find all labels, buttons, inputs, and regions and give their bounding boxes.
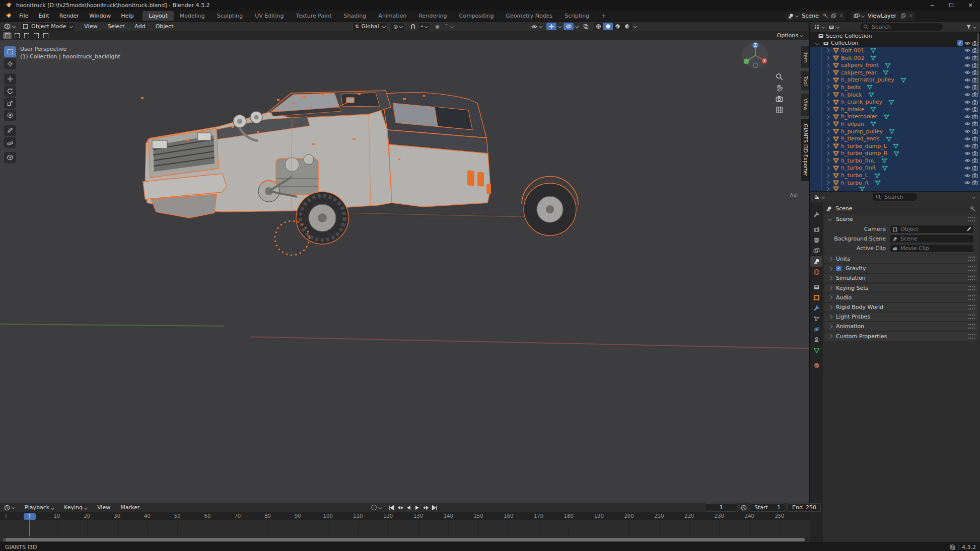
tool-scale[interactable] — [4, 98, 16, 109]
workspace-tab-rendering[interactable]: Rendering — [412, 11, 453, 21]
outliner-item[interactable]: Bolt.001 — [810, 47, 980, 54]
object-name[interactable]: h_intake — [841, 106, 864, 113]
viewlayer-name[interactable]: ViewLayer — [868, 13, 896, 19]
viewport-menu-object[interactable]: Object — [151, 23, 179, 30]
tab-scene[interactable] — [810, 256, 822, 267]
object-name[interactable]: h_alternator_pulley — [841, 76, 894, 83]
outliner-item[interactable]: calipers_rear — [810, 69, 980, 76]
panel-grip[interactable] — [968, 217, 975, 221]
panel-audio[interactable]: Audio — [824, 293, 978, 302]
hide-viewport-icon[interactable] — [964, 121, 970, 127]
jump-to-end-button[interactable] — [430, 504, 439, 512]
object-name[interactable]: h_turbo_dump_L — [841, 143, 887, 149]
menu-file[interactable]: File — [14, 13, 33, 19]
jump-to-start-button[interactable] — [387, 504, 396, 512]
hide-viewport-icon[interactable] — [964, 136, 970, 142]
gizmo-toggle[interactable] — [546, 23, 556, 30]
tool-measure[interactable] — [4, 137, 16, 148]
panel-grip[interactable] — [968, 314, 975, 319]
tool-move[interactable] — [4, 73, 16, 85]
workspace-tab-animation[interactable]: Animation — [372, 11, 412, 21]
outliner-item[interactable]: h_turbo_L — [810, 172, 980, 179]
new-scene-icon[interactable] — [831, 13, 836, 19]
expand-icon[interactable] — [825, 93, 829, 97]
disable-render-icon[interactable] — [972, 121, 978, 127]
outliner-item[interactable]: h_turbo_dump_R — [810, 150, 980, 158]
timeline-editor-type-button[interactable] — [2, 504, 17, 512]
properties-search[interactable]: Search — [872, 193, 918, 201]
object-name[interactable]: Bolt.002 — [841, 55, 864, 61]
tool-cursor[interactable] — [4, 58, 16, 69]
outliner-collection-row[interactable]: Collection ✓ — [810, 40, 980, 47]
outliner-item[interactable]: h_turbo_finL — [810, 157, 980, 165]
outliner-scrollbar[interactable] — [977, 33, 979, 94]
menu-help[interactable]: Help — [116, 13, 138, 19]
panel-grip[interactable] — [968, 295, 975, 300]
menu-render[interactable]: Render — [54, 13, 84, 19]
add-workspace-button[interactable]: + — [595, 11, 612, 21]
expand-icon[interactable] — [825, 78, 829, 82]
menu-window[interactable]: Window — [84, 13, 116, 19]
truck-model[interactable] — [141, 83, 624, 320]
scene-name[interactable]: Scene — [802, 13, 819, 19]
workspace-tab-layout[interactable]: Layout — [143, 11, 173, 21]
panel-gravity[interactable]: ✓Gravity — [824, 264, 978, 273]
panel-grip[interactable] — [968, 276, 975, 280]
select-mode-intersect[interactable] — [41, 32, 50, 39]
panel-light-probes[interactable]: Light Probes — [824, 312, 978, 321]
tab-view-layer[interactable] — [810, 246, 822, 256]
timeline-menu-playback[interactable]: Playback — [20, 504, 59, 511]
outliner-item[interactable]: h_intercooler — [810, 113, 980, 121]
workspace-tab-modeling[interactable]: Modeling — [174, 11, 211, 21]
start-frame-field[interactable]: Start1 — [750, 503, 785, 512]
outliner-item[interactable]: h_intake — [810, 106, 980, 113]
hide-viewport-icon[interactable] — [964, 150, 970, 156]
select-mode-invert[interactable] — [32, 32, 40, 39]
expand-icon[interactable] — [825, 63, 829, 67]
panel-grip[interactable] — [968, 266, 975, 271]
hide-viewport-icon[interactable] — [964, 128, 970, 134]
object-name[interactable]: h_turbo_finL — [841, 158, 875, 164]
object-name[interactable]: calipers_rear — [841, 69, 877, 76]
outliner-item[interactable]: h_belts — [810, 84, 980, 91]
filter-dropdown[interactable] — [964, 23, 978, 31]
hide-viewport-icon[interactable] — [964, 55, 970, 61]
tool-rotate[interactable] — [4, 86, 16, 97]
tab-physics[interactable] — [810, 324, 822, 335]
object-name[interactable]: h_turbo_dump_R — [841, 150, 887, 156]
workspace-tab-uv-editing[interactable]: UV Editing — [249, 11, 290, 21]
outliner-item[interactable]: h_turbo_dump_L — [810, 142, 980, 150]
expand-icon[interactable] — [825, 136, 829, 140]
pan-hand-icon[interactable] — [776, 84, 783, 92]
chevron-down-icon[interactable] — [815, 41, 819, 45]
maximize-button[interactable]: ☐ — [942, 0, 961, 10]
disable-render-icon[interactable] — [972, 106, 978, 112]
outliner-item[interactable]: h_tierod_ends — [810, 135, 980, 142]
object-name[interactable]: h_pump_pulley — [841, 128, 883, 135]
panel-custom-properties[interactable]: Custom Properties — [824, 332, 978, 341]
panel-grip[interactable] — [968, 286, 975, 290]
auto-keying-toggle[interactable] — [369, 504, 383, 512]
expand-icon[interactable] — [825, 173, 829, 177]
hide-viewport-icon[interactable] — [964, 165, 970, 171]
zoom-icon[interactable] — [776, 73, 783, 81]
object-name[interactable]: h_turbo_finR — [841, 165, 876, 171]
options-dropdown[interactable]: Options — [777, 32, 803, 39]
shading-wireframe-button[interactable] — [594, 23, 603, 30]
play-reverse-button[interactable] — [404, 504, 413, 512]
panel-checkbox[interactable]: ✓ — [836, 266, 842, 271]
outliner-item[interactable]: Bolt.002 — [810, 54, 980, 62]
pivot-dropdown[interactable]: ◎ — [391, 22, 405, 31]
scene-selector[interactable]: Scene ✕ — [785, 12, 846, 21]
object-name[interactable]: h_belts — [841, 84, 861, 91]
disable-render-icon[interactable] — [972, 114, 978, 120]
disable-render-icon[interactable] — [972, 128, 978, 134]
outliner-root-row[interactable]: Scene Collection — [810, 32, 980, 40]
tab-world[interactable] — [810, 267, 822, 277]
property-field-active-clip[interactable]: Movie Clip — [890, 244, 974, 253]
expand-icon[interactable] — [825, 107, 829, 111]
outliner-item[interactable]: h_alternator_pulley — [810, 76, 980, 84]
object-name[interactable]: h_turbo_L — [841, 172, 868, 179]
mode-dropdown[interactable]: Object Mode — [20, 22, 75, 31]
workspace-tab-geometry-nodes[interactable]: Geometry Nodes — [500, 11, 558, 21]
